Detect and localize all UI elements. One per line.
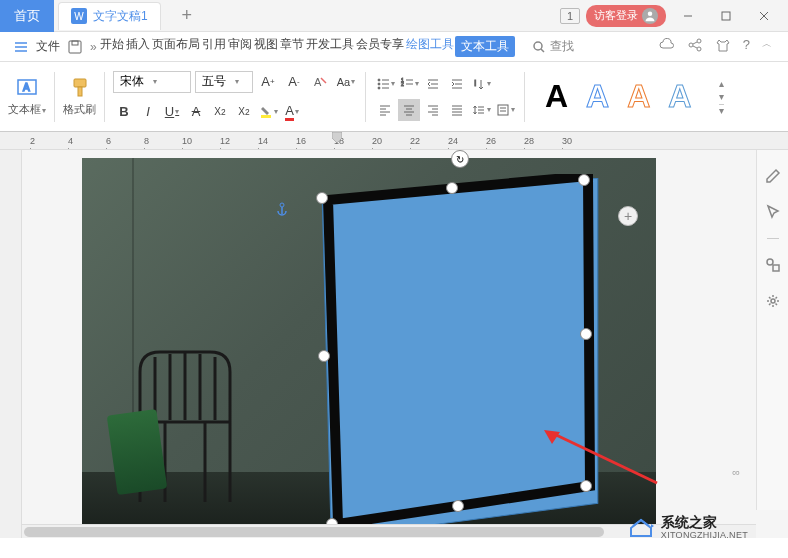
svg-point-10 [534, 42, 542, 50]
layout-options-button[interactable]: + [618, 206, 638, 226]
caret-icon[interactable]: ︿ [762, 37, 772, 56]
home-tab[interactable]: 首页 [0, 0, 54, 32]
rotate-handle[interactable]: ↻ [451, 150, 469, 168]
watermark-cn: 系统之家 [661, 515, 748, 530]
style-outline-blue2[interactable]: A [668, 78, 691, 115]
guest-login-label: 访客登录 [594, 8, 638, 23]
shape-props-icon[interactable] [763, 255, 783, 275]
svg-point-0 [648, 11, 653, 16]
vertical-ruler[interactable] [0, 150, 22, 538]
svg-text:A: A [23, 82, 30, 93]
strikethrough-button[interactable]: A [185, 101, 207, 123]
window-count-badge[interactable]: 1 [560, 8, 580, 24]
menu-insert[interactable]: 插入 [125, 36, 151, 57]
font-size-select[interactable]: 五号▾ [195, 71, 253, 93]
superscript-button[interactable]: X2 [209, 101, 231, 123]
sidebar-divider [767, 238, 779, 239]
svg-rect-60 [498, 105, 508, 115]
text-styles-gallery[interactable]: A A A A [533, 78, 703, 115]
align-left-button[interactable] [374, 99, 396, 121]
app-menu-icon[interactable] [8, 34, 34, 60]
subscript-button[interactable]: X2 [233, 101, 255, 123]
clear-format-button[interactable]: A [309, 71, 331, 93]
italic-button[interactable]: I [137, 101, 159, 123]
add-tab-button[interactable]: + [173, 2, 201, 30]
search-box[interactable]: 查找 [525, 35, 581, 58]
more-menu[interactable]: » [90, 40, 97, 54]
menu-start[interactable]: 开始 [99, 36, 125, 57]
line-spacing-button[interactable]: ▾ [470, 99, 492, 121]
document-tab[interactable]: W 文字文稿1 [58, 2, 161, 30]
format-painter-button[interactable]: 格式刷 [63, 76, 96, 117]
handle-mr[interactable] [580, 328, 592, 340]
watermark-en: XITONGZHIJIA.NET [661, 531, 748, 541]
bullet-list-button[interactable]: ▾ [374, 73, 396, 95]
handle-tr[interactable] [578, 174, 590, 186]
horizontal-ruler[interactable]: 24681012141618202224262830 [0, 132, 788, 150]
textbox-button[interactable]: A 文本框▾ [8, 76, 46, 117]
increase-indent-button[interactable] [446, 73, 468, 95]
scrollbar-thumb[interactable] [24, 527, 604, 537]
svg-point-14 [697, 47, 701, 51]
svg-line-15 [693, 42, 697, 44]
bold-button[interactable]: B [113, 101, 135, 123]
settings-icon[interactable] [763, 291, 783, 311]
svg-rect-8 [69, 41, 81, 53]
align-right-button[interactable] [422, 99, 444, 121]
decrease-indent-button[interactable] [422, 73, 444, 95]
ruler-indent-marker[interactable] [332, 132, 342, 150]
red-arrow-annotation [542, 428, 662, 488]
number-list-button[interactable]: 12▾ [398, 73, 420, 95]
menu-items: 开始 插入 页面布局 引用 审阅 视图 章节 开发工具 会员专享 绘图工具 文本… [99, 36, 515, 57]
svg-point-28 [378, 87, 380, 89]
handle-ml[interactable] [318, 350, 330, 362]
font-color-button[interactable]: A▾ [281, 101, 303, 123]
font-name-select[interactable]: 宋体▾ [113, 71, 191, 93]
menu-text-tools[interactable]: 文本工具 [455, 36, 515, 57]
minimize-button[interactable] [672, 4, 704, 28]
style-outline-blue[interactable]: A [586, 78, 609, 115]
style-gallery-expand[interactable]: ▴▾▾ [719, 78, 724, 116]
menu-reference[interactable]: 引用 [201, 36, 227, 57]
document-image[interactable]: ↻ + [82, 158, 656, 532]
handle-bm[interactable] [452, 500, 464, 512]
watermark-logo-icon [627, 514, 655, 542]
menu-dev-tools[interactable]: 开发工具 [305, 36, 355, 57]
style-outline-orange[interactable]: A [627, 78, 650, 115]
handle-tm[interactable] [446, 182, 458, 194]
align-justify-button[interactable] [446, 99, 468, 121]
close-button[interactable] [748, 4, 780, 28]
svg-rect-23 [261, 115, 271, 118]
help-icon[interactable]: ? [743, 37, 750, 56]
valign-button[interactable]: ▾ [494, 99, 516, 121]
decrease-font-button[interactable]: A- [283, 71, 305, 93]
text-direction-button[interactable]: I▾ [470, 73, 492, 95]
menu-draw-tools[interactable]: 绘图工具 [405, 36, 455, 57]
change-case-button[interactable]: Aa▾ [335, 71, 357, 93]
file-menu[interactable]: 文件 [36, 38, 60, 55]
align-center-button[interactable] [398, 99, 420, 121]
handle-tl[interactable] [316, 192, 328, 204]
document-tab-label: 文字文稿1 [93, 8, 148, 25]
menu-review[interactable]: 审阅 [227, 36, 253, 57]
word-doc-icon: W [71, 8, 87, 24]
menu-view[interactable]: 视图 [253, 36, 279, 57]
menu-chapter[interactable]: 章节 [279, 36, 305, 57]
save-icon[interactable] [62, 34, 88, 60]
guest-login-button[interactable]: 访客登录 [586, 5, 666, 27]
skin-icon[interactable] [715, 37, 731, 56]
style-fill-black[interactable]: A [545, 78, 568, 115]
highlight-button[interactable]: ▾ [257, 101, 279, 123]
underline-button[interactable]: U▾ [161, 101, 183, 123]
cursor-icon[interactable] [763, 202, 783, 222]
pencil-icon[interactable] [763, 166, 783, 186]
cloud-icon[interactable] [659, 37, 675, 56]
menu-member[interactable]: 会员专享 [355, 36, 405, 57]
increase-font-button[interactable]: A+ [257, 71, 279, 93]
maximize-button[interactable] [710, 4, 742, 28]
titlebar: 首页 W 文字文稿1 + 1 访客登录 [0, 0, 788, 32]
menu-page-layout[interactable]: 页面布局 [151, 36, 201, 57]
toolbar: A 文本框▾ 格式刷 宋体▾ 五号▾ A+ A- A Aa▾ B I U▾ A … [0, 62, 788, 132]
share-icon[interactable] [687, 37, 703, 56]
canvas-area: ↻ + ∞ [0, 150, 788, 538]
